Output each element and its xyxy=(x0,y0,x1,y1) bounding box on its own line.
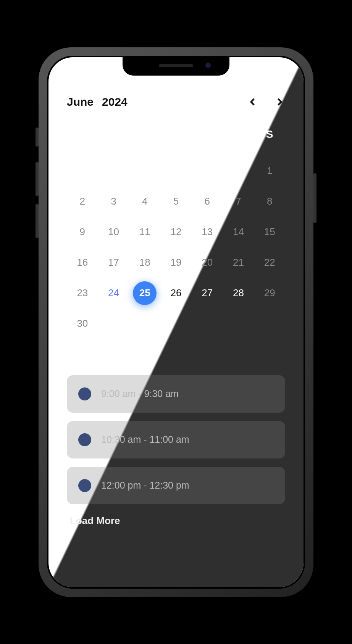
day-cell[interactable]: 30 xyxy=(67,308,98,339)
day-cell[interactable]: 4 xyxy=(129,186,160,217)
power-button xyxy=(313,173,316,223)
day-cell[interactable]: 17 xyxy=(98,247,129,278)
day-number: 29 xyxy=(264,287,275,299)
day-cell[interactable]: 14 xyxy=(223,217,254,247)
phone-bezel: June 2024 S M T W T F S xyxy=(47,56,305,589)
day-cell[interactable]: 29 xyxy=(254,278,285,308)
weekday-label: M xyxy=(98,128,129,140)
day-number: 24 xyxy=(108,287,119,299)
day-number: 18 xyxy=(139,257,150,268)
slot-dot-icon xyxy=(78,387,91,400)
day-cell[interactable]: 26 xyxy=(160,278,192,308)
weekday-label: W xyxy=(160,128,192,140)
weekday-label: S xyxy=(67,128,98,140)
day-number: 22 xyxy=(264,257,275,268)
day-number: 4 xyxy=(142,195,147,207)
day-cell[interactable]: 20 xyxy=(192,247,223,278)
day-cell[interactable]: 19 xyxy=(160,247,192,278)
day-number: 1 xyxy=(267,165,272,177)
calendar-app: June 2024 S M T W T F S xyxy=(48,57,304,542)
chevron-right-icon[interactable] xyxy=(274,97,285,107)
day-cell[interactable]: 12 xyxy=(160,217,192,247)
day-cell[interactable]: 21 xyxy=(223,247,254,278)
day-cell[interactable]: 16 xyxy=(67,247,98,278)
day-cell[interactable]: 15 xyxy=(254,217,285,247)
day-cell[interactable]: 22 xyxy=(254,247,285,278)
day-number: 5 xyxy=(173,195,179,207)
chevron-left-icon[interactable] xyxy=(247,97,258,107)
day-cell[interactable]: 9 xyxy=(67,217,98,247)
day-cell[interactable]: 8 xyxy=(254,186,285,217)
month-nav xyxy=(247,97,285,107)
day-number: 28 xyxy=(233,287,244,299)
day-number: 27 xyxy=(202,287,213,299)
day-number: 20 xyxy=(202,257,213,268)
volume-up xyxy=(36,162,39,196)
day-cell[interactable]: 23 xyxy=(67,278,98,308)
screen: June 2024 S M T W T F S xyxy=(48,57,304,587)
speaker xyxy=(159,64,193,67)
calendar-grid: 1234567891011121314151617181920212223242… xyxy=(67,156,285,339)
slot-item[interactable]: 10:30 am - 11:00 am xyxy=(67,421,285,458)
day-cell[interactable]: 27 xyxy=(192,278,223,308)
day-cell[interactable]: 24 xyxy=(98,278,129,308)
day-number: 21 xyxy=(233,257,244,268)
day-cell xyxy=(160,156,192,186)
volume-down xyxy=(36,204,39,238)
day-number: 13 xyxy=(202,226,213,238)
day-cell xyxy=(129,156,160,186)
day-cell[interactable]: 25 xyxy=(129,278,160,308)
day-cell[interactable]: 13 xyxy=(192,217,223,247)
day-cell[interactable]: 2 xyxy=(67,186,98,217)
day-cell xyxy=(67,156,98,186)
day-number: 7 xyxy=(236,195,241,207)
month-label: June xyxy=(67,95,94,108)
day-cell xyxy=(254,308,285,339)
weekday-label: F xyxy=(223,128,254,140)
day-number: 14 xyxy=(233,226,244,238)
day-number: 6 xyxy=(204,195,210,207)
month-year: June 2024 xyxy=(67,95,128,108)
day-cell[interactable]: 1 xyxy=(254,156,285,186)
day-number: 19 xyxy=(171,257,182,268)
day-cell[interactable]: 28 xyxy=(223,278,254,308)
load-more-button[interactable]: Load More xyxy=(67,515,285,527)
year-label: 2024 xyxy=(102,95,128,108)
weekday-label: T xyxy=(192,128,223,140)
slot-time: 12:00 pm - 12:30 pm xyxy=(101,480,189,491)
slot-dot-icon xyxy=(78,479,91,492)
slot-time: 10:30 am - 11:00 am xyxy=(101,434,189,445)
phone-frame: June 2024 S M T W T F S xyxy=(39,47,313,597)
weekday-label: S xyxy=(254,128,285,140)
day-cell[interactable]: 7 xyxy=(223,186,254,217)
day-number: 8 xyxy=(267,195,272,207)
notch xyxy=(123,57,229,76)
camera xyxy=(205,63,211,68)
weekday-label: T xyxy=(129,128,160,140)
day-cell[interactable]: 5 xyxy=(160,186,192,217)
day-number: 30 xyxy=(77,318,88,329)
day-number: 25 xyxy=(139,287,150,299)
day-number: 16 xyxy=(77,257,88,268)
day-cell xyxy=(160,308,192,339)
day-number: 9 xyxy=(80,226,85,238)
day-number: 11 xyxy=(139,226,150,238)
slot-item[interactable]: 12:00 pm - 12:30 pm xyxy=(67,467,285,504)
day-number: 15 xyxy=(264,226,275,238)
day-number: 2 xyxy=(80,195,85,207)
day-cell xyxy=(98,308,129,339)
day-cell xyxy=(223,308,254,339)
day-number: 23 xyxy=(77,287,88,299)
open-slots-heading: Open Slots xyxy=(67,353,285,365)
day-cell[interactable]: 3 xyxy=(98,186,129,217)
day-number: 26 xyxy=(171,287,182,299)
calendar-header: June 2024 xyxy=(67,95,285,108)
day-cell xyxy=(192,156,223,186)
slot-item[interactable]: 9:00 am - 9:30 am xyxy=(67,375,285,413)
day-number: 17 xyxy=(108,257,119,268)
day-cell[interactable]: 18 xyxy=(129,247,160,278)
day-cell[interactable]: 10 xyxy=(98,217,129,247)
day-cell[interactable]: 11 xyxy=(129,217,160,247)
day-cell xyxy=(223,156,254,186)
day-cell[interactable]: 6 xyxy=(192,186,223,217)
